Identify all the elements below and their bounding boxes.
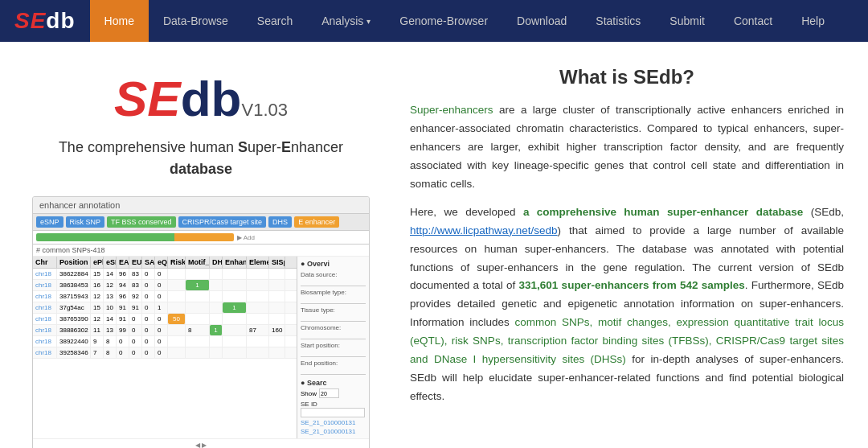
left-panel: SEdb V1.03 The comprehensive human Super… [0,58,402,448]
sc-bar-area: ▶ Add [33,231,369,245]
screenshot-tabs: eSNP Risk SNP TF BSS conserved CRISPR/Ca… [33,214,369,231]
sc-snp-count: # common SNPs-418 [33,245,369,257]
table-row: chr1838922440980000 [33,336,297,347]
table-row: chr18386228841514968300 [33,269,297,280]
nav-submit[interactable]: Submit [655,0,719,42]
brand-block: SEdb V1.03 [114,74,288,124]
sc-footer: ◀ ▶ [33,438,369,448]
nav-contact[interactable]: Contact [719,0,787,42]
page-title: What is SEdb? [410,66,844,88]
sc-show-row: Show [301,388,366,398]
table-row: chr18388863021113990008187160 [33,325,297,336]
nav-download[interactable]: Download [502,0,581,42]
table-row: chr183863845316129483001 [33,280,297,291]
sc-bar-chart [36,233,234,241]
brand-version: V1.03 [241,100,288,121]
sc-field-datasource: Data source: [301,271,366,286]
sc-tab-esnp[interactable]: eSNP [36,216,63,228]
sc-table-area: Chr Position ePlRg eSMp EASp EURp SAMp e… [33,257,297,438]
brand-title: SEdb [114,74,241,124]
sc-seid-input[interactable] [301,408,365,417]
right-panel: What is SEdb? Super-enhancers are a larg… [402,58,868,448]
sc-sidebar: ● Overvi Data source: Biosample type: Ti… [297,257,369,438]
super-enhancers-link[interactable]: Super-enhancers [410,104,493,116]
sc-table-body: chr18386228841514968300chr18386384531612… [33,269,297,359]
sc-result-2[interactable]: SE_21_010000131 [301,428,366,435]
nav-statistics[interactable]: Statistics [581,0,655,42]
sc-field-chr: Chromosome: [301,324,366,339]
comprehensive-db-link[interactable]: a comprehensive human super-enhancer dat… [523,206,803,218]
sc-field-tissue: Tissue type: [301,306,366,322]
screenshot-mockup: enhancer annotation eSNP Risk SNP TF BSS… [32,196,370,448]
sc-tab-tfbss[interactable]: TF BSS conserved [107,216,176,228]
nav-search[interactable]: Search [243,0,307,42]
sc-field-biosample: Biosample type: [301,289,366,304]
brand-db: db [181,71,242,126]
brand-se: SE [114,71,181,126]
text-block: Super-enhancers are a large cluster of t… [410,101,844,406]
nav-genome-browser[interactable]: Genome-Browser [385,0,502,42]
logo-se: SE [14,8,46,33]
url-link[interactable]: http://www.licpathway.net/sedb [410,224,558,236]
sc-result-1[interactable]: SE_21_010000131 [301,419,366,426]
table-row: chr1839258346780000 [33,347,297,359]
sc-tab-crispr[interactable]: CRISPR/Cas9 target site [178,216,267,228]
table-row: chr1837g54ac15109191011 [33,302,297,314]
chevron-down-icon: ▾ [366,17,371,26]
sc-table-header: Chr Position ePlRg eSMp EASp EURp SAMp e… [33,257,297,269]
sc-field-start: Start position: [301,342,366,357]
sc-show-input[interactable] [319,388,339,398]
paragraph-1: Super-enhancers are a large cluster of t… [410,101,844,194]
table-row: chr18387159431213969200 [33,291,297,302]
sc-tab-risksnp[interactable]: Risk SNP [66,216,105,228]
paragraph-2: Here, we developed a comprehensive human… [410,203,844,406]
site-logo[interactable]: SEdb [0,8,90,34]
nav-help[interactable]: Help [787,0,839,42]
screenshot-header: enhancer annotation [33,197,369,214]
sc-content-area: Chr Position ePlRg eSMp EASp EURp SAMp e… [33,257,369,438]
count-text: 331,601 super-enhancers from 542 samples [519,279,745,291]
sc-tab-dhs[interactable]: DHS [268,216,292,228]
sc-tab-enhancer[interactable]: E enhancer [294,216,339,228]
table-row: chr183876539012149100050 [33,314,297,325]
nav-data-browse[interactable]: Data-Browse [149,0,243,42]
logo-db: db [46,8,75,33]
nav-analysis[interactable]: Analysis▾ [307,0,385,42]
nav-items: Home Data-Browse Search Analysis▾ Genome… [90,0,839,42]
nav-home[interactable]: Home [90,0,149,42]
main-content: SEdb V1.03 The comprehensive human Super… [0,42,868,448]
brand-subtitle: The comprehensive human Super-Enhancer d… [59,137,343,180]
sc-field-end: End position: [301,360,366,375]
navigation: SEdb Home Data-Browse Search Analysis▾ G… [0,0,868,42]
